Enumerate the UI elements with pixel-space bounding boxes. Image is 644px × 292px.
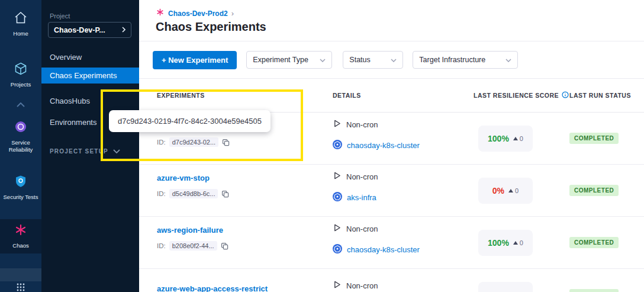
breadcrumb-project-link[interactable]: Chaos-Dev-Prod2 <box>168 9 228 18</box>
breadcrumb: Chaos-Dev-Prod2 › <box>156 8 234 19</box>
filter-target-infrastructure[interactable]: Target Infrastructure <box>413 51 518 69</box>
filter-label: Status <box>349 56 370 64</box>
schedule-type: Non-cron <box>346 120 378 129</box>
column-header-details: DETAILS <box>333 92 474 99</box>
status-badge: COMPLETED <box>569 237 619 248</box>
sidebar-item-service-reliability[interactable]: Service Reliability <box>0 116 41 157</box>
resilience-score-box: 100% 0 <box>478 126 533 152</box>
experiment-row[interactable]: azure-vm-stop ID: d5c49d8b-6c... Non-cro… <box>139 165 644 217</box>
sidebar-item-projects[interactable]: Projects <box>0 58 41 92</box>
play-icon <box>333 223 342 235</box>
score-delta: 0 <box>513 135 523 142</box>
copy-icon[interactable] <box>221 190 229 198</box>
project-setup-toggle[interactable]: PROJECT SETUP <box>50 148 120 155</box>
chevron-down-icon <box>320 56 326 64</box>
project-selector-value: Chaos-Dev-P... <box>54 26 105 34</box>
copy-icon[interactable] <box>222 139 230 146</box>
page-header: Chaos-Dev-Prod2 › Chaos Experiments <box>139 0 644 41</box>
apps-grid-icon[interactable] <box>0 283 41 292</box>
sidebar-item-security-tests[interactable]: Security Tests <box>0 171 41 204</box>
table-header-row: EXPERIMENTS DETAILS LAST RESILIENCE SCOR… <box>139 79 644 113</box>
sidebar-item-label: Projects <box>11 81 31 88</box>
sidebar-item-chaoshubs[interactable]: ChaosHubs <box>41 93 139 109</box>
filter-experiment-type[interactable]: Experiment Type <box>246 51 332 69</box>
resilience-score-box: 100% 0 <box>478 230 533 256</box>
projects-icon <box>14 62 28 78</box>
chevron-right-icon <box>122 26 125 34</box>
new-experiment-button[interactable]: + New Experiment <box>153 51 237 69</box>
trend-up-icon <box>508 189 513 192</box>
play-icon <box>333 171 342 182</box>
experiment-id-value[interactable]: d7c9d243-02... <box>169 137 218 147</box>
service-reliability-icon <box>14 120 28 136</box>
sidebar-item-label: Home <box>13 30 28 37</box>
column-header-experiments: EXPERIMENTS <box>157 92 333 99</box>
filter-label: Experiment Type <box>253 56 308 64</box>
chaos-icon <box>14 223 28 239</box>
copy-icon[interactable] <box>221 242 228 250</box>
column-header-score: LAST RESILIENCE SCORE <box>474 91 569 100</box>
chevron-down-icon <box>113 148 120 155</box>
nav-collapse-chevron[interactable] <box>0 98 41 111</box>
breadcrumb-separator: › <box>231 9 234 18</box>
resilience-score-box: 0% 0 <box>478 178 533 204</box>
toolbar: + New Experiment Experiment Type Status … <box>139 41 644 79</box>
sidebar-item-label: Chaos <box>12 242 28 249</box>
chevron-down-icon <box>505 56 511 64</box>
project-sidebar: Project Chaos-Dev-P... Overview Chaos Ex… <box>41 0 139 292</box>
column-header-status: LAST RUN STATUS <box>569 92 644 99</box>
main-content: Chaos-Dev-Prod2 › Chaos Experiments + Ne… <box>139 0 644 292</box>
infrastructure-link[interactable]: aks-infra <box>347 193 376 202</box>
experiment-id-value[interactable]: b208e0f2-44... <box>169 241 217 251</box>
page-title: Chaos Experiments <box>156 20 266 34</box>
status-badge: COMPLETED <box>569 185 619 196</box>
project-selector[interactable]: Chaos-Dev-P... <box>48 22 131 38</box>
play-icon <box>333 119 342 130</box>
trend-up-icon <box>513 241 518 245</box>
resilience-score: 100% <box>488 238 509 248</box>
schedule-type: Non-cron <box>346 172 378 181</box>
schedule-type: Non-cron <box>346 281 378 290</box>
play-icon <box>333 280 342 291</box>
experiment-id-value[interactable]: d5c49d8b-6c... <box>169 189 218 198</box>
filter-label: Target Infrastructure <box>419 56 485 64</box>
app-window: Home Projects Service Reliability Securi… <box>0 0 644 292</box>
sidebar-footer-strip <box>0 268 41 281</box>
experiment-name-link[interactable]: azure-web-app-access-restrict <box>157 284 268 292</box>
module-sidebar: Home Projects Service Reliability Securi… <box>0 0 41 292</box>
filter-status[interactable]: Status <box>343 51 403 69</box>
status-badge: COMPLETED <box>569 133 619 144</box>
score-delta: 0 <box>513 239 523 246</box>
experiment-id-label: ID: <box>157 139 166 146</box>
sidebar-item-chaos-experiments[interactable]: Chaos Experiments <box>41 68 139 84</box>
sidebar-item-overview[interactable]: Overview <box>41 49 139 65</box>
resilience-score-box <box>478 282 533 292</box>
chaos-module-icon <box>156 8 165 19</box>
experiment-id-label: ID: <box>157 242 166 249</box>
info-icon[interactable] <box>562 91 569 100</box>
chevron-down-icon <box>391 56 397 64</box>
project-section-label: Project <box>50 12 70 20</box>
sidebar-item-chaos[interactable]: Chaos <box>0 219 41 254</box>
chevron-up-icon <box>17 99 25 110</box>
kubernetes-icon <box>333 244 342 256</box>
kubernetes-icon <box>333 192 342 204</box>
experiment-name-link[interactable]: aws-region-failure <box>157 226 223 235</box>
experiment-row[interactable]: aws-region-failure ID: b208e0f2-44... No… <box>139 217 644 269</box>
trend-up-icon <box>513 137 518 140</box>
experiment-name-link[interactable]: azure-vm-stop <box>157 174 210 182</box>
experiment-id-tooltip: d7c9d243-0219-4f7c-84c2-3004e59e4505 <box>109 110 271 132</box>
sidebar-item-home[interactable]: Home <box>0 7 41 41</box>
experiment-row[interactable]: azure-web-app-access-restrict Non-cron C… <box>139 269 644 292</box>
resilience-score: 0% <box>492 186 504 195</box>
schedule-type: Non-cron <box>346 224 378 233</box>
experiment-id-label: ID: <box>157 190 166 197</box>
sidebar-item-label: Service Reliability <box>1 139 40 153</box>
infrastructure-link[interactable]: chaosday-k8s-cluster <box>347 141 420 150</box>
score-delta: 0 <box>508 187 519 194</box>
resilience-score: 100% <box>488 134 509 143</box>
infrastructure-link[interactable]: chaosday-k8s-cluster <box>347 245 420 254</box>
kubernetes-icon <box>333 140 342 152</box>
home-icon <box>14 11 28 27</box>
column-header-score-label: LAST RESILIENCE SCORE <box>474 92 559 99</box>
